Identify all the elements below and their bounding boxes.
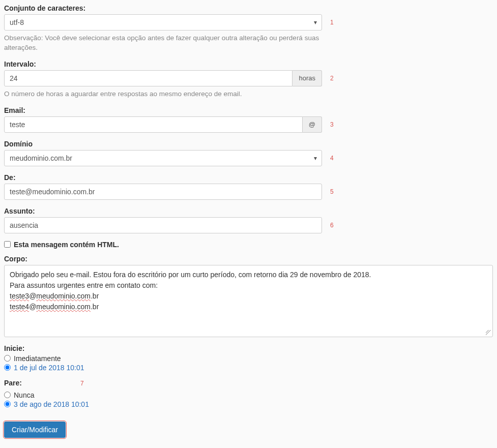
email-label: Email: [4,106,493,114]
body-label: Corpo: [4,255,493,263]
stop-radio-date[interactable] [4,401,11,407]
charset-label: Conjunto de caracteres: [4,4,493,12]
stop-field: Pare: 7 Nunca 3 de ago de 2018 10:01 [4,379,493,408]
charset-field: Conjunto de caracteres: utf-8 1 Observaç… [4,4,493,53]
from-label: De: [4,173,493,182]
html-checkbox[interactable] [4,241,11,248]
note-2: 2 [330,70,334,86]
from-input[interactable] [4,184,322,200]
domain-field: Domínio meudominio.com.br 4 [4,140,493,166]
subject-input[interactable] [4,217,322,233]
charset-help: Observação: Você deve selecionar esta op… [4,34,322,53]
body-field: Corpo: Obrigado pelo seu e-mail. Estou f… [4,255,493,337]
note-6: 6 [330,217,334,233]
stop-label: Pare: [4,379,22,387]
interval-help: O número de horas a aguardar entre respo… [4,89,322,99]
stop-option-never[interactable]: Nunca [14,391,34,399]
from-field: De: 5 [4,173,493,200]
note-7: 7 [80,380,84,387]
html-checkbox-row: Esta mensagem contém HTML. [4,241,493,249]
note-5: 5 [330,184,334,200]
body-line2: Para assuntos urgentes entre em contato … [10,280,487,291]
interval-label: Intervalo: [4,60,493,68]
domain-label: Domínio [4,140,493,148]
body-line1: Obrigado pelo seu e-mail. Estou fora do … [10,270,487,280]
start-field: Inicie: Imediatamente 1 de jul de 2018 1… [4,344,493,372]
resize-icon[interactable] [486,330,491,335]
body-textarea[interactable]: Obrigado pelo seu e-mail. Estou fora do … [4,265,493,337]
interval-field: Intervalo: horas 2 O número de horas a a… [4,60,493,99]
note-3: 3 [330,116,334,133]
body-line4: teste4@meudominio.com.br [10,302,487,312]
start-label: Inicie: [4,344,493,352]
start-option-immediate[interactable]: Imediatamente [14,354,61,363]
start-option-date[interactable]: 1 de jul de 2018 10:01 [14,364,84,372]
stop-option-date[interactable]: 3 de ago de 2018 10:01 [14,400,89,408]
start-radio-date[interactable] [4,364,11,371]
stop-radio-never[interactable] [4,392,11,398]
submit-button[interactable]: Criar/Modificar [4,422,66,438]
email-field: Email: @ 3 [4,106,493,133]
note-4: 4 [330,150,334,166]
html-checkbox-label: Esta mensagem contém HTML. [14,241,119,249]
at-icon: @ [303,116,322,133]
start-radio-immediate[interactable] [4,355,11,362]
interval-input[interactable] [4,70,293,86]
email-input[interactable] [4,116,303,133]
subject-label: Assunto: [4,207,493,215]
note-1: 1 [330,14,334,31]
body-line3: teste3@meudominio.com.br [10,291,487,302]
subject-field: Assunto: 6 [4,207,493,233]
interval-addon: horas [293,70,322,86]
domain-select[interactable]: meudominio.com.br [4,150,322,166]
charset-select[interactable]: utf-8 [4,14,322,31]
